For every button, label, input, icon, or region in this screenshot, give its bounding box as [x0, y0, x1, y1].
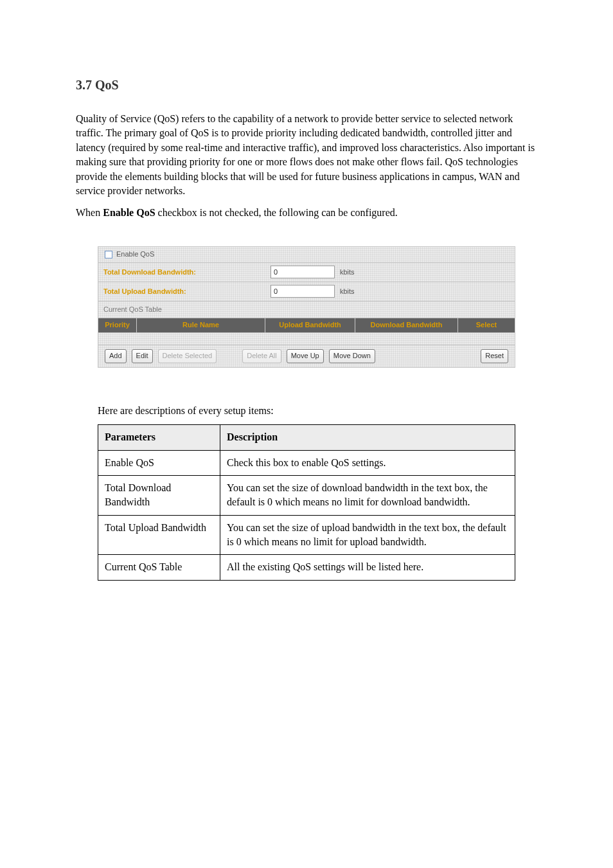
qos-table-header: Priority Rule Name Upload Bandwidth Down…	[98, 318, 515, 333]
upload-bandwidth-row: Total Upload Bandwidth: kbits	[98, 282, 515, 302]
enable-qos-checkbox[interactable]	[105, 251, 112, 258]
qos-table-caption: Current QoS Table	[98, 302, 515, 318]
delete-all-button[interactable]: Delete All	[242, 349, 281, 363]
desc-row: Total Download Bandwidth You can set the…	[98, 475, 515, 515]
desc-value: Check this box to enable QoS settings.	[220, 450, 515, 475]
intro-p2-prefix: When	[76, 207, 103, 218]
intro-p2-suffix: checkbox is not checked, the following c…	[155, 207, 398, 218]
desc-value: All the existing QoS settings will be li…	[220, 555, 515, 580]
desc-col-desc: Description	[220, 425, 515, 450]
upload-bandwidth-input[interactable]	[271, 285, 335, 298]
intro-body: Quality of Service (QoS) refers to the c…	[76, 112, 537, 221]
col-upload-bw: Upload Bandwidth	[265, 318, 355, 332]
desc-param: Total Download Bandwidth	[98, 475, 220, 515]
col-priority: Priority	[98, 318, 137, 332]
enable-qos-label: Enable QoS	[116, 249, 154, 259]
qos-button-row: Add Edit Delete Selected Delete All Move…	[98, 345, 515, 368]
desc-param: Current QoS Table	[98, 555, 220, 580]
intro-p2-bold: Enable QoS	[103, 207, 155, 218]
edit-button[interactable]: Edit	[132, 349, 153, 363]
qos-table-body-empty	[98, 333, 515, 345]
enable-qos-row: Enable QoS	[98, 246, 515, 263]
upload-bandwidth-label: Total Upload Bandwidth:	[98, 287, 271, 296]
desc-param: Enable QoS	[98, 450, 220, 475]
col-select: Select	[458, 318, 515, 332]
intro-paragraph-2: When Enable QoS checkbox is not checked,…	[76, 206, 537, 220]
desc-heading: Here are descriptions of every setup ite…	[98, 404, 515, 418]
desc-param: Total Upload Bandwidth	[98, 515, 220, 555]
intro-paragraph-1: Quality of Service (QoS) refers to the c…	[76, 112, 537, 198]
download-bandwidth-row: Total Download Bandwidth: kbits	[98, 263, 515, 282]
desc-row: Total Upload Bandwidth You can set the s…	[98, 515, 515, 555]
download-bandwidth-input[interactable]	[271, 266, 335, 278]
add-button[interactable]: Add	[105, 349, 127, 363]
delete-selected-button[interactable]: Delete Selected	[158, 349, 217, 363]
section-title: 3.7 QoS	[76, 76, 537, 94]
download-bandwidth-unit: kbits	[340, 267, 355, 277]
move-down-button[interactable]: Move Down	[329, 349, 375, 363]
col-rule-name: Rule Name	[137, 318, 265, 332]
reset-button[interactable]: Reset	[481, 349, 508, 363]
desc-table: Parameters Description Enable QoS Check …	[98, 424, 515, 581]
desc-table-header-row: Parameters Description	[98, 425, 515, 450]
download-bandwidth-label: Total Download Bandwidth:	[98, 267, 271, 277]
qos-config-panel: Enable QoS Total Download Bandwidth: kbi…	[98, 246, 515, 368]
desc-value: You can set the size of download bandwid…	[220, 475, 515, 515]
move-up-button[interactable]: Move Up	[287, 349, 324, 363]
upload-bandwidth-unit: kbits	[340, 287, 355, 296]
desc-row: Enable QoS Check this box to enable QoS …	[98, 450, 515, 475]
desc-row: Current QoS Table All the existing QoS s…	[98, 555, 515, 580]
desc-value: You can set the size of upload bandwidth…	[220, 515, 515, 555]
desc-col-param: Parameters	[98, 425, 220, 450]
col-download-bw: Download Bandwidth	[355, 318, 458, 332]
